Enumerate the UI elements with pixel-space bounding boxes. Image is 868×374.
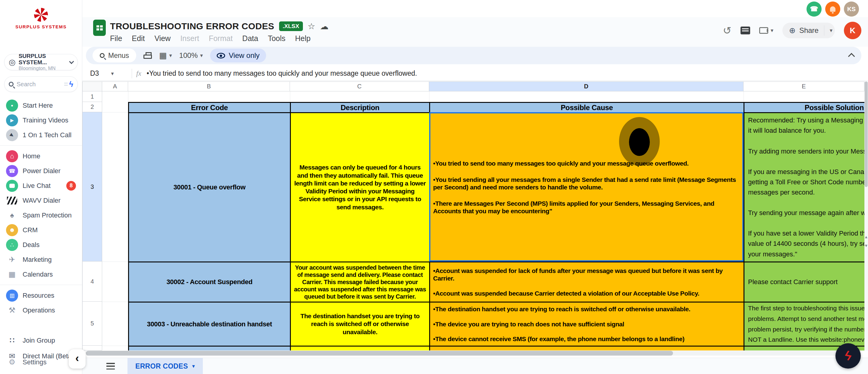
- star-icon[interactable]: ☆: [308, 21, 315, 31]
- cell-e2[interactable]: Possible Solution: [744, 102, 868, 112]
- zoom-control[interactable]: 100% ▾: [179, 51, 203, 60]
- sidebar-item-spam-protection[interactable]: ♠ Spam Protection: [0, 208, 82, 223]
- vertical-scroll-arrows[interactable]: ▲ ▼: [864, 235, 868, 248]
- vertical-scrollbar-thumb[interactable]: [865, 81, 868, 187]
- version-history-icon[interactable]: ↺: [723, 24, 732, 36]
- sidebar-item-training-videos[interactable]: ▶ Training Videos: [0, 113, 82, 127]
- sidebar-item-home[interactable]: ⌂ Home: [0, 149, 82, 164]
- share-button[interactable]: ⊕ Share ▾: [782, 23, 835, 38]
- sidebar-item-wavv-dialer[interactable]: WAVV Dialer: [0, 193, 82, 208]
- meet-button[interactable]: ▾: [759, 27, 773, 34]
- sheet-tab-dropdown-icon[interactable]: ▾: [192, 363, 195, 370]
- cell-c2[interactable]: Description: [290, 102, 429, 112]
- cell-d5[interactable]: •The destination handset you are trying …: [429, 301, 744, 346]
- comments-icon[interactable]: [741, 27, 750, 34]
- cell-d3[interactable]: •You tried to send too many messages too…: [429, 112, 744, 261]
- sidebar-item-operations[interactable]: ⚒ Operations: [0, 303, 82, 318]
- sidebar-item-label: Training Videos: [23, 116, 68, 124]
- menu-tools[interactable]: Tools: [268, 34, 285, 43]
- cell-c6-partial: [290, 346, 429, 350]
- app-top-strip: ☎ KS: [82, 0, 868, 17]
- phone-button[interactable]: ☎: [807, 1, 822, 17]
- cell-e3[interactable]: Recommended: Try using a Messaging Servi…: [744, 112, 868, 261]
- location-selector[interactable]: ◎ SURPLUS SYSTEM... Bloomington, MN: [4, 54, 78, 70]
- sidebar-item-crm[interactable]: ☻ CRM: [0, 223, 82, 237]
- sidebar-collapse-button[interactable]: ‹: [69, 349, 86, 369]
- account-avatar[interactable]: K: [844, 22, 861, 39]
- sidebar-item-resources[interactable]: ▥ Resources: [0, 288, 82, 303]
- collapse-toolbar-icon[interactable]: [848, 53, 855, 60]
- column-header-d[interactable]: D: [429, 81, 744, 91]
- row-header-5[interactable]: 5: [82, 301, 102, 346]
- scroll-down-icon[interactable]: ▼: [864, 243, 868, 248]
- menu-help[interactable]: Help: [295, 34, 310, 43]
- cloud-status-icon: ☁✓: [320, 21, 329, 31]
- paint-format-button[interactable]: ▦ ▾: [159, 51, 172, 60]
- select-all-corner[interactable]: [82, 81, 102, 91]
- cell-e5[interactable]: The first step to troubleshooting this i…: [744, 301, 868, 346]
- row-header-4[interactable]: 4: [82, 261, 102, 301]
- notifications-button[interactable]: [825, 1, 840, 17]
- share-dropdown-icon[interactable]: ▾: [830, 27, 832, 34]
- scroll-up-icon[interactable]: ▲: [864, 235, 868, 239]
- cell-d4[interactable]: •Account was suspended for lack of funds…: [429, 261, 744, 301]
- formula-value[interactable]: •You tried to send too many messages too…: [147, 69, 417, 78]
- cell-b5[interactable]: 30003 - Unreachable destination handset: [128, 301, 290, 346]
- quick-actions-lines: [64, 83, 68, 86]
- divider: [0, 285, 82, 285]
- cell-c3[interactable]: Messages can only be queued for 4 hours …: [290, 112, 429, 261]
- cell-e4[interactable]: Please contact Carrier support: [744, 261, 868, 301]
- flame-icon: ϟ: [843, 348, 853, 364]
- row-header-3[interactable]: 3: [82, 112, 102, 261]
- floating-brand-widget[interactable]: ϟ: [835, 343, 861, 369]
- horizontal-scrollbar-thumb[interactable]: [86, 351, 673, 355]
- sidebar-item-deals[interactable]: ∴ Deals: [0, 237, 82, 252]
- main-area: ☎ KS TROUBLESHOOTING ERROR CODES .XLSX ☆…: [82, 0, 868, 374]
- column-header-a[interactable]: A: [102, 81, 128, 91]
- menu-edit[interactable]: Edit: [132, 34, 145, 43]
- sheet-tab-error-codes[interactable]: ERROR CODES ▾: [127, 358, 203, 374]
- cell-b2[interactable]: Error Code: [128, 102, 290, 112]
- menu-insert: Insert: [180, 34, 199, 43]
- menu-view[interactable]: View: [154, 34, 170, 43]
- cell-c4[interactable]: Your account was suspended between the t…: [290, 261, 429, 301]
- cell-c5[interactable]: The destination handset you are trying t…: [290, 301, 429, 346]
- sidebar-item-join-group[interactable]: ∷ Join Group: [0, 333, 82, 348]
- sidebar-item-start-here[interactable]: ● Start Here: [0, 98, 82, 113]
- menu-data[interactable]: Data: [242, 34, 258, 43]
- all-sheets-icon[interactable]: [106, 363, 115, 370]
- sidebar-item-tech-call[interactable]: ▶ 1 On 1 Tech Call: [0, 127, 82, 142]
- sidebar-item-marketing[interactable]: ✈ Marketing: [0, 252, 82, 267]
- cell-d2[interactable]: Possible Cause: [429, 102, 744, 112]
- location-city: Bloomington, MN: [19, 66, 67, 71]
- sidebar-search[interactable]: Search ϟ: [4, 76, 78, 92]
- brand-logo-icon: [34, 8, 48, 22]
- quick-actions[interactable]: ϟ: [64, 80, 73, 89]
- cell-b4[interactable]: 30002 - Account Suspended: [128, 261, 290, 301]
- vertical-scrollbar[interactable]: [864, 81, 868, 350]
- print-icon[interactable]: [144, 55, 152, 59]
- sidebar-item-power-dialer[interactable]: ☎ Power Dialer: [0, 164, 82, 178]
- sheets-logo-icon: [93, 20, 106, 36]
- view-only-button[interactable]: View only: [210, 49, 266, 62]
- row-header-1[interactable]: 1: [82, 91, 102, 102]
- user-avatar[interactable]: KS: [844, 1, 859, 17]
- sidebar-item-live-chat[interactable]: Live Chat 8: [0, 178, 82, 193]
- formula-bar: D3 ▾ fx •You tried to send too many mess…: [82, 66, 868, 81]
- cell-b3[interactable]: 30001 - Queue overflow: [128, 112, 290, 261]
- column-header-e[interactable]: E: [744, 81, 864, 91]
- column-header-c[interactable]: C: [290, 81, 429, 91]
- sidebar-item-label: Operations: [23, 307, 55, 314]
- column-header-b[interactable]: B: [128, 81, 290, 91]
- row-header-2[interactable]: 2: [82, 102, 102, 112]
- menus-search-button[interactable]: Menus: [93, 49, 136, 62]
- name-box[interactable]: D3 ▾: [82, 69, 127, 78]
- sidebar-item-label: Start Here: [23, 102, 53, 110]
- horizontal-scrollbar[interactable]: [86, 351, 860, 355]
- sidebar-item-label: WAVV Dialer: [23, 197, 61, 204]
- sidebar-item-calendars[interactable]: ▦ Calendars: [0, 267, 82, 282]
- row-header-6[interactable]: [82, 346, 102, 350]
- brand-logo-text: SURPLUS SYSTEMS: [16, 24, 67, 29]
- gridline: [102, 346, 128, 346]
- menu-file[interactable]: File: [110, 34, 122, 43]
